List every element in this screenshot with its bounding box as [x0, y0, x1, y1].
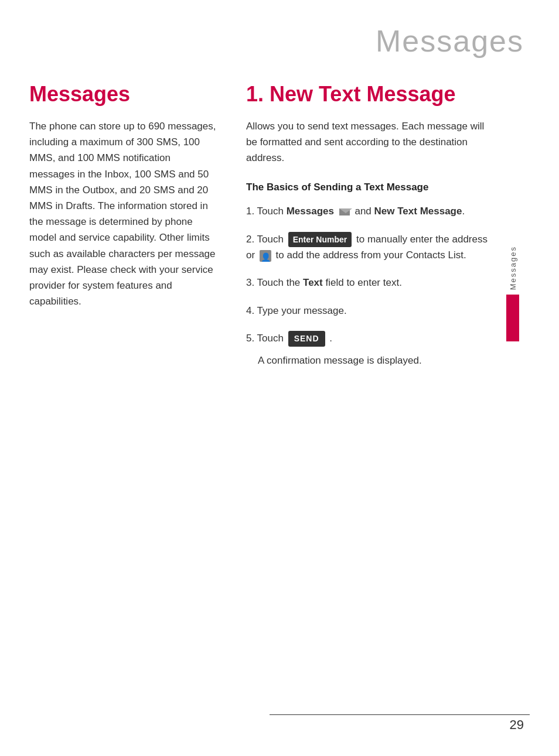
step-5-text-after: . [329, 333, 332, 344]
step-1-number: 1. Touch Messages [246, 206, 334, 217]
enter-number-badge: Enter Number [288, 232, 352, 247]
bottom-line [270, 714, 530, 715]
send-badge: SEND [288, 331, 325, 346]
messages-icon [338, 207, 351, 217]
right-section-title: 1. New Text Message [246, 82, 492, 107]
step-4-text: 4. Type your message. [246, 305, 347, 316]
contacts-icon [260, 250, 271, 262]
step-3-bold-text: Text [303, 277, 323, 288]
step-3: 3. Touch the Text field to enter text. [246, 275, 492, 290]
confirmation-note: A confirmation message is displayed. [258, 353, 492, 368]
side-tab: Messages [504, 246, 521, 341]
step-2: 2. Touch Enter Number to manually enter … [246, 231, 492, 264]
step-1: 1. Touch Messages and New Text Message. [246, 203, 492, 219]
left-column: Messages The phone can store up to 690 m… [0, 82, 234, 380]
step-1-bold-messages: Messages [287, 206, 334, 217]
step-3-text: 3. Touch the Text field to enter text. [246, 277, 402, 288]
step-5-text-before: 5. Touch [246, 333, 287, 344]
side-tab-label: Messages [509, 246, 517, 290]
left-section-title: Messages [29, 82, 217, 107]
step-2-text-before: 2. Touch [246, 234, 287, 245]
step-5: 5. Touch SEND . A confirmation message i… [246, 330, 492, 368]
page-header-title: Messages [376, 24, 524, 58]
subsection-title: The Basics of Sending a Text Message [246, 180, 492, 194]
step-1-and: and New Text Message. [355, 206, 465, 217]
step-1-bold-new: New Text Message [374, 206, 462, 217]
right-column: 1. New Text Message Allows you to send t… [234, 82, 521, 380]
steps-list: 1. Touch Messages and New Text Message. … [246, 203, 492, 368]
page-number: 29 [510, 717, 524, 733]
left-section-body: The phone can store up to 690 messages, … [29, 118, 217, 309]
right-section-intro: Allows you to send text messages. Each m… [246, 118, 492, 166]
step-4: 4. Type your message. [246, 303, 492, 319]
side-tab-bar [506, 295, 519, 341]
step-2-text-after: to add the address from your Contacts Li… [276, 249, 466, 261]
